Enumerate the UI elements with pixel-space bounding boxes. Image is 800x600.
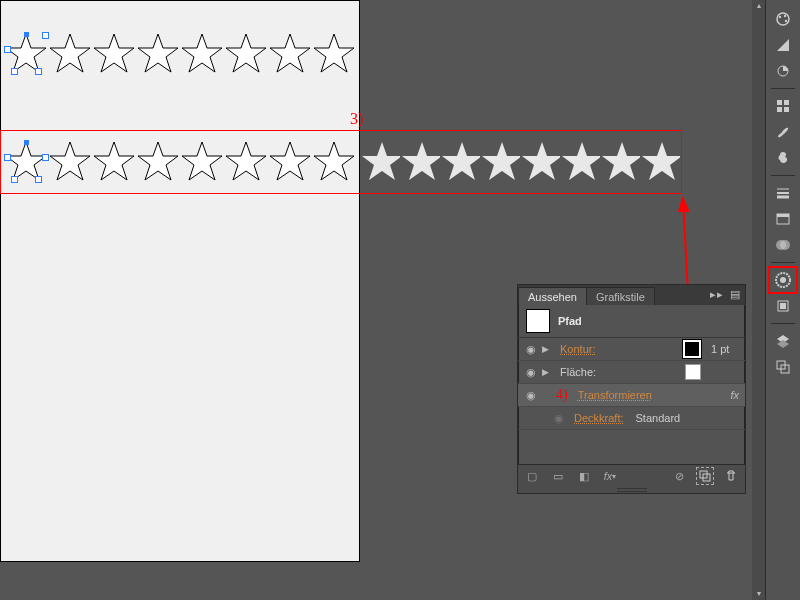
stroke-swatch[interactable]: [683, 340, 701, 358]
selection-handles: [4, 32, 48, 76]
scroll-down-button[interactable]: ▾: [752, 588, 766, 600]
svg-point-2: [777, 13, 789, 25]
transparency-icon[interactable]: [769, 232, 797, 258]
appearance-row-stroke[interactable]: ◉ ▶ Kontur: 1 pt: [518, 338, 745, 361]
star-row-original[interactable]: [4, 32, 356, 76]
svg-rect-21: [780, 303, 786, 309]
visibility-toggle[interactable]: ◉: [524, 388, 538, 402]
new-art-toggle-icon[interactable]: ▢: [524, 468, 540, 484]
appearance-panel-footer: ▢ ▭ ◧ fx▾ ⊘: [518, 464, 745, 487]
visibility-toggle[interactable]: ◉: [524, 342, 538, 356]
add-fill-icon[interactable]: ◧: [576, 468, 592, 484]
appearance-panel[interactable]: Aussehen Grafikstile ▸▸▤ Pfad ◉ ▶ Kontur…: [517, 284, 746, 494]
appearance-icon[interactable]: [769, 267, 797, 293]
svg-point-5: [785, 20, 787, 22]
appearance-row-transform[interactable]: ◉ ▶ 4) Transformieren fx: [518, 384, 745, 407]
add-stroke-icon[interactable]: ▭: [550, 468, 566, 484]
panel-flyout-menu[interactable]: ▸▸▤: [710, 288, 741, 301]
disclosure-triangle[interactable]: ▶: [542, 344, 552, 354]
duplicate-item-icon[interactable]: [697, 468, 713, 484]
fill-label: Fläche:: [560, 366, 596, 378]
add-effect-icon[interactable]: fx▾: [602, 468, 618, 484]
svg-point-19: [780, 277, 786, 283]
svg-point-3: [779, 16, 781, 18]
brushes-icon[interactable]: [769, 119, 797, 145]
svg-point-4: [784, 15, 786, 17]
pathfinder-icon[interactable]: [769, 93, 797, 119]
tab-graphic-styles[interactable]: Grafikstile: [586, 287, 655, 305]
artboards-icon[interactable]: [769, 354, 797, 380]
vertical-scrollbar[interactable]: ▴ ▾: [752, 0, 766, 600]
gradient-icon[interactable]: [769, 32, 797, 58]
disclosure-triangle[interactable]: ▶: [542, 367, 552, 377]
effect-fx-indicator[interactable]: fx: [730, 389, 739, 401]
appearance-target-label: Pfad: [558, 315, 582, 327]
svg-rect-7: [777, 100, 782, 105]
delete-item-icon[interactable]: [723, 468, 739, 484]
opacity-value: Standard: [636, 412, 681, 424]
panel-resize-grip[interactable]: [518, 487, 745, 493]
swatches-icon[interactable]: [769, 58, 797, 84]
svg-rect-10: [784, 107, 789, 112]
visibility-toggle[interactable]: ◉: [524, 365, 538, 379]
annotation-label-4: 4): [556, 387, 568, 403]
appearance-row-opacity[interactable]: ◉ Deckkraft: Standard: [518, 407, 745, 430]
tab-appearance[interactable]: Aussehen: [518, 287, 587, 305]
graphic-styles-icon[interactable]: [769, 293, 797, 319]
appearance-thumb: [526, 309, 550, 333]
svg-rect-9: [777, 107, 782, 112]
transform-effect-label[interactable]: Transformieren: [578, 389, 652, 401]
clear-appearance-icon[interactable]: ⊘: [671, 468, 687, 484]
stroke-label[interactable]: Kontur:: [560, 343, 595, 355]
visibility-toggle[interactable]: ◉: [552, 411, 566, 425]
annotation-box-3: [0, 130, 682, 194]
svg-point-17: [780, 240, 790, 250]
opacity-label[interactable]: Deckkraft:: [574, 412, 624, 424]
layers-icon[interactable]: [769, 328, 797, 354]
svg-rect-8: [784, 100, 789, 105]
symbols-icon[interactable]: [769, 145, 797, 171]
appearance-target-row: Pfad: [518, 305, 745, 338]
artboard[interactable]: [0, 0, 360, 562]
svg-rect-15: [777, 214, 789, 217]
fill-swatch[interactable]: [685, 364, 701, 380]
panel-tabs: Aussehen Grafikstile ▸▸▤: [518, 285, 745, 305]
scroll-up-button[interactable]: ▴: [752, 0, 766, 12]
color-palette-icon[interactable]: [769, 6, 797, 32]
align-icon[interactable]: [769, 206, 797, 232]
appearance-row-fill[interactable]: ◉ ▶ Fläche:: [518, 361, 745, 384]
stroke-weight-value[interactable]: 1 pt: [711, 343, 739, 355]
panel-dock: [765, 0, 800, 600]
annotation-label-3: 3): [350, 110, 363, 128]
stroke-icon[interactable]: [769, 180, 797, 206]
